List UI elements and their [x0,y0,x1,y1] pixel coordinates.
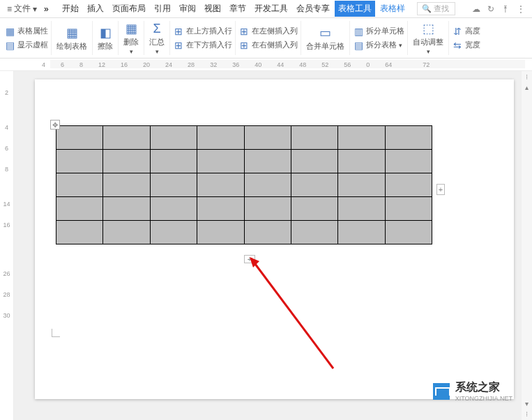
table-row[interactable] [56,126,432,150]
table-cell[interactable] [291,197,337,221]
table-cell[interactable] [103,221,150,244]
watermark: 系统之家 XITONGZHIJIA.NET [433,380,512,402]
scroll-down-icon[interactable]: ▾ [525,400,529,407]
search-icon: 🔍 [422,4,432,13]
vertical-scrollbar[interactable]: ⁝ ▴ ▾ ⁝ [521,71,532,420]
tab-tabletools[interactable]: 表格工具 [335,1,375,17]
chevron-down-icon: ▾ [155,48,159,55]
table-cell[interactable] [56,173,103,197]
table-cell[interactable] [244,173,291,197]
table-cell[interactable] [338,150,385,173]
tab-member[interactable]: 会员专享 [293,1,333,17]
col-width-button[interactable]: ⇆宽度 [452,40,480,51]
insert-col-right-button[interactable]: ⊞在右侧插入列 [238,40,298,51]
table-cell[interactable] [244,197,291,221]
table-cell[interactable] [244,126,291,150]
autofit-button[interactable]: ⬚自动调整▾ [411,21,446,55]
file-menu[interactable]: ≡ 文件 ▾ [3,1,41,17]
tab-chapter[interactable]: 章节 [226,1,250,17]
more-left-icon[interactable]: » [44,4,49,14]
row-height-button[interactable]: ⇵高度 [452,26,480,37]
tab-insert[interactable]: 插入 [84,1,107,17]
tab-view[interactable]: 视图 [201,1,225,17]
titlebar-actions: ☁ ↻ ⭱ ⋮ [472,4,529,14]
table-cell[interactable] [338,221,385,244]
tab-review[interactable]: 审阅 [176,1,199,17]
table-cell[interactable] [291,126,337,150]
sum-icon: Σ [149,21,165,36]
delete-button[interactable]: ▦删除▾ [121,21,141,55]
table-cell[interactable] [150,126,197,150]
split-table-button[interactable]: ▤拆分表格▾ [353,40,404,51]
table-cell[interactable] [56,221,103,244]
table-cell[interactable] [56,150,103,173]
scroll-opts-icon[interactable]: ⁝ [526,73,528,81]
document-canvas[interactable]: ✥ + + ⁝ ▴ ▾ ⁝ 系统之家 XI [14,71,532,420]
more-icon[interactable]: ⋮ [517,4,525,14]
table-cell[interactable] [197,173,244,197]
table-cell[interactable] [197,126,244,150]
table-cell[interactable] [150,197,197,221]
table-cell[interactable] [103,197,150,221]
table-cell[interactable] [338,173,385,197]
table-properties-button[interactable]: ▦表格属性 [4,26,48,37]
table-cell[interactable] [291,150,337,173]
table-row[interactable] [56,197,432,221]
search-placeholder: 查找 [434,3,449,14]
table-cell[interactable] [385,221,432,244]
svg-line-0 [251,258,333,368]
insert-row-above-button[interactable]: ⊞在上方插入行 [173,26,232,37]
table-cell[interactable] [103,150,150,173]
table-cell[interactable] [103,126,150,150]
vertical-ruler[interactable]: 2 468 1416 26 2830 [0,71,14,420]
table-cell[interactable] [385,173,432,197]
table-cell[interactable] [385,150,432,173]
cloud-icon[interactable]: ☁ [472,4,480,14]
table-move-handle[interactable]: ✥ [50,120,60,130]
table-cell[interactable] [385,197,432,221]
table-cell[interactable] [291,173,337,197]
tab-reference[interactable]: 引用 [151,1,174,17]
table-cell[interactable] [244,221,291,244]
tab-devtools[interactable]: 开发工具 [251,1,291,17]
table-cell[interactable] [197,197,244,221]
table-cell[interactable] [56,126,103,150]
share-icon[interactable]: ⭱ [501,4,510,14]
search-input[interactable]: 🔍 查找 [417,2,455,15]
tab-tablestyle[interactable]: 表格样 [377,1,409,17]
menubar: ≡ 文件 ▾ » 开始 插入 页面布局 引用 审阅 视图 章节 开发工具 会员专… [0,0,532,18]
table-cell[interactable] [150,221,197,244]
dashgrid-icon: ▤ [4,40,15,51]
scroll-up-icon[interactable]: ▴ [525,84,529,91]
document-table[interactable] [56,125,432,244]
table-cell[interactable] [291,221,337,244]
scroll-more-icon[interactable]: ⁝ [526,410,528,418]
tab-start[interactable]: 开始 [59,1,82,17]
eraser-icon: ◧ [98,25,113,40]
insert-row-below-button[interactable]: ⊞在下方插入行 [173,40,232,51]
table-cell[interactable] [244,150,291,173]
split-cell-button[interactable]: ▥拆分单元格 [353,26,404,37]
show-gridlines-button[interactable]: ▤显示虚框 [4,40,48,51]
merge-cells-button[interactable]: ▭合并单元格 [304,25,347,52]
summary-button[interactable]: Σ汇总▾ [147,21,167,55]
table-cell[interactable] [150,173,197,197]
draw-table-button[interactable]: ▦绘制表格 [54,25,89,52]
eraser-button[interactable]: ◧擦除 [96,25,115,52]
add-col-handle[interactable]: + [436,184,445,195]
table-cell[interactable] [150,150,197,173]
table-row[interactable] [56,221,432,244]
table-cell[interactable] [197,150,244,173]
horizontal-ruler[interactable]: 468 121620 242832 364044 485256 064 72 [0,59,532,71]
tab-pagelayout[interactable]: 页面布局 [109,1,149,17]
table-cell[interactable] [385,126,432,150]
table-row[interactable] [56,173,432,197]
table-row[interactable] [56,150,432,173]
table-cell[interactable] [103,173,150,197]
insert-col-left-button[interactable]: ⊞在左侧插入列 [238,26,298,37]
table-cell[interactable] [56,197,103,221]
sync-icon[interactable]: ↻ [487,4,494,14]
table-cell[interactable] [338,126,385,150]
table-cell[interactable] [338,197,385,221]
table-cell[interactable] [197,221,244,244]
